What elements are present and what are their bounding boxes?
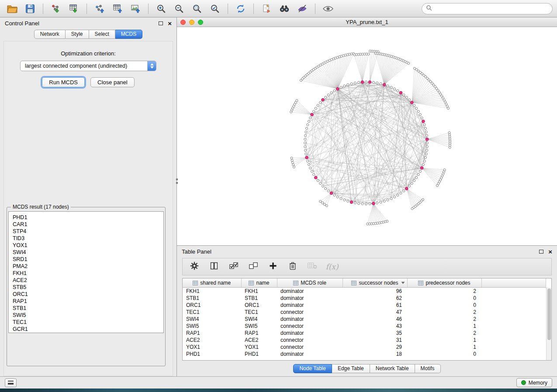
export-network-button[interactable] <box>92 2 107 15</box>
eye-icon <box>322 3 334 14</box>
table-panel-title: Table Panel <box>182 248 211 255</box>
mcds-result-item[interactable]: SRD1 <box>13 256 163 263</box>
cell-name: ORC1 <box>241 302 277 309</box>
export-table-button[interactable] <box>110 2 125 15</box>
column-header-successor-nodes[interactable]: successor nodes <box>343 279 407 288</box>
table-row[interactable]: ACE2ACE2connector311 <box>183 337 546 344</box>
mcds-result-item[interactable]: SWI4 <box>13 249 163 256</box>
cell-predecessor-nodes: 2 <box>407 309 481 316</box>
zoom-fit-button[interactable] <box>189 2 205 15</box>
table-row[interactable]: RAP1RAP1dominator352 <box>183 330 546 337</box>
zoom-out-button[interactable] <box>171 2 187 15</box>
mcds-result-item[interactable]: RAP1 <box>13 298 163 305</box>
search-network-button[interactable] <box>277 2 292 15</box>
control-tab-style[interactable]: Style <box>66 30 89 39</box>
import-table-button[interactable] <box>66 2 82 15</box>
network-view-window: YPA_prune.txt_1 <box>177 17 557 246</box>
network-window-title: YPA_prune.txt_1 <box>177 19 557 25</box>
deselect-all-button[interactable] <box>248 261 259 272</box>
table-row[interactable]: TEC1TEC1connector472 <box>183 309 546 316</box>
select-all-button[interactable] <box>228 261 239 272</box>
status-menu-button[interactable] <box>5 378 17 387</box>
plus-icon <box>269 261 277 272</box>
control-panel: Control Panel × NetworkStyleSelectMCDS O… <box>0 17 177 376</box>
show-hide-panel-button[interactable] <box>320 2 336 15</box>
choose-columns-button[interactable] <box>208 261 220 272</box>
toggle-graphics-details-button[interactable] <box>294 2 310 15</box>
table-row[interactable]: PHD1PHD1dominator180 <box>183 351 546 358</box>
column-header-predecessor-nodes[interactable]: predecessor nodes <box>407 279 481 288</box>
control-tab-mcds[interactable]: MCDS <box>115 30 142 39</box>
float-table-panel-icon[interactable] <box>539 250 543 254</box>
optimization-criterion-select[interactable]: largest connected component (undirected) <box>20 61 156 71</box>
cell-mcds-role: dominator <box>277 295 343 302</box>
close-panel-button[interactable]: Close panel <box>90 77 135 87</box>
table-row[interactable]: YOX1YOX1connector291 <box>183 344 546 351</box>
window-close-button[interactable] <box>180 20 186 25</box>
close-panel-icon[interactable]: × <box>168 20 172 27</box>
mcds-result-item[interactable]: ORC1 <box>13 291 163 298</box>
scrollbar-thumb[interactable] <box>547 289 551 340</box>
zoom-in-icon <box>156 3 166 14</box>
select-stepper-icon <box>147 61 156 71</box>
mcds-result-item[interactable]: STB5 <box>13 284 163 291</box>
table-options-button[interactable] <box>189 261 200 272</box>
table-row[interactable]: FKH1FKH1dominator962 <box>183 288 546 295</box>
mcds-result-item[interactable]: CAR1 <box>13 221 163 228</box>
table-tab-motifs[interactable]: Motifs <box>415 364 441 373</box>
window-minimize-button[interactable] <box>189 20 194 25</box>
zoom-in-button[interactable] <box>153 2 169 15</box>
create-column-button[interactable] <box>267 261 279 272</box>
toolbar-search[interactable] <box>422 3 553 14</box>
table-row[interactable]: ORC1ORC1dominator610 <box>183 302 546 309</box>
table-tab-network-table[interactable]: Network Table <box>370 364 415 373</box>
cell-successor-nodes: 18 <box>343 351 407 358</box>
float-panel-icon[interactable] <box>159 21 163 25</box>
table-scrollbar[interactable] <box>546 288 551 360</box>
mcds-result-item[interactable]: FKH1 <box>13 270 163 277</box>
mcds-result-item[interactable]: STP4 <box>13 228 163 235</box>
cell-filler <box>481 344 546 351</box>
mcds-result-item[interactable]: GCR1 <box>13 326 163 333</box>
control-tab-select[interactable]: Select <box>89 30 115 39</box>
optimization-criterion-value: largest connected component (undirected) <box>25 63 127 69</box>
cell-shared-name: ORC1 <box>183 302 241 309</box>
memory-button[interactable]: Memory <box>516 378 552 387</box>
mcds-result-item[interactable]: TID3 <box>13 235 163 242</box>
mcds-result-item[interactable]: YOX1 <box>13 242 163 249</box>
table-row[interactable]: SWI5SWI5connector431 <box>183 323 546 330</box>
column-header-shared-name[interactable]: shared name <box>183 279 241 288</box>
table-tab-edge-table[interactable]: Edge Table <box>332 364 370 373</box>
mcds-result-item[interactable]: SWI5 <box>13 312 163 319</box>
table-row[interactable]: SWI4SWI4dominator462 <box>183 316 546 323</box>
apply-layout-button[interactable] <box>233 2 249 15</box>
table-row[interactable]: STB1STB1dominator620 <box>183 295 546 302</box>
open-session-button[interactable] <box>4 2 20 15</box>
mcds-result-item[interactable]: TEC1 <box>13 319 163 326</box>
mcds-result-item[interactable]: PMA2 <box>13 263 163 270</box>
panel-splitter[interactable] <box>175 176 178 186</box>
network-canvas[interactable] <box>177 27 557 245</box>
clone-network-button[interactable] <box>259 2 274 15</box>
table-tab-node-table[interactable]: Node Table <box>293 364 332 373</box>
save-session-button[interactable] <box>22 2 38 15</box>
run-mcds-button[interactable]: Run MCDS <box>42 77 85 87</box>
cell-successor-nodes: 62 <box>343 295 407 302</box>
zoom-selected-button[interactable] <box>207 2 223 15</box>
column-header-mcds-role[interactable]: MCDS role <box>277 279 343 288</box>
import-network-button[interactable] <box>48 2 64 15</box>
export-image-button[interactable] <box>128 2 143 15</box>
mcds-result-item[interactable]: ACE2 <box>13 277 163 284</box>
cell-shared-name: TEC1 <box>183 309 241 316</box>
cell-name: TEC1 <box>241 309 277 316</box>
mcds-result-item[interactable]: STB1 <box>13 305 163 312</box>
window-maximize-button[interactable] <box>198 20 203 25</box>
cell-filler <box>481 288 546 295</box>
delete-columns-button[interactable] <box>287 261 298 272</box>
control-tab-network[interactable]: Network <box>34 30 66 39</box>
network-graph[interactable] <box>177 27 557 245</box>
column-header-name[interactable]: name <box>241 279 277 288</box>
search-input[interactable] <box>435 6 548 12</box>
mcds-result-item[interactable]: PHD1 <box>13 214 163 221</box>
close-table-panel-icon[interactable]: × <box>548 248 552 255</box>
